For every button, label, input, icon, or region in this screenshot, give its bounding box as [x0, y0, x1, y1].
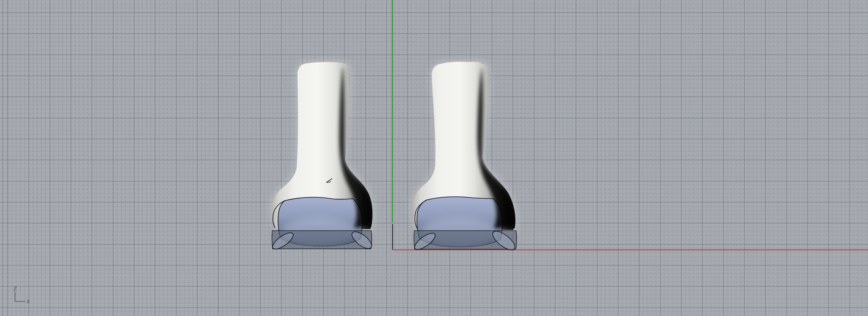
boot-model-left[interactable] [270, 62, 374, 252]
axis-gizmo-z-label: Z [13, 286, 17, 292]
viewport-canvas[interactable]: Z X [0, 0, 868, 316]
axis-gizmo-lines [15, 292, 25, 301]
scene-svg: Z X [0, 0, 868, 316]
axis-gizmo: Z X [13, 286, 30, 305]
boot-model-right[interactable] [412, 62, 518, 253]
axis-gizmo-x-label: X [26, 299, 30, 305]
